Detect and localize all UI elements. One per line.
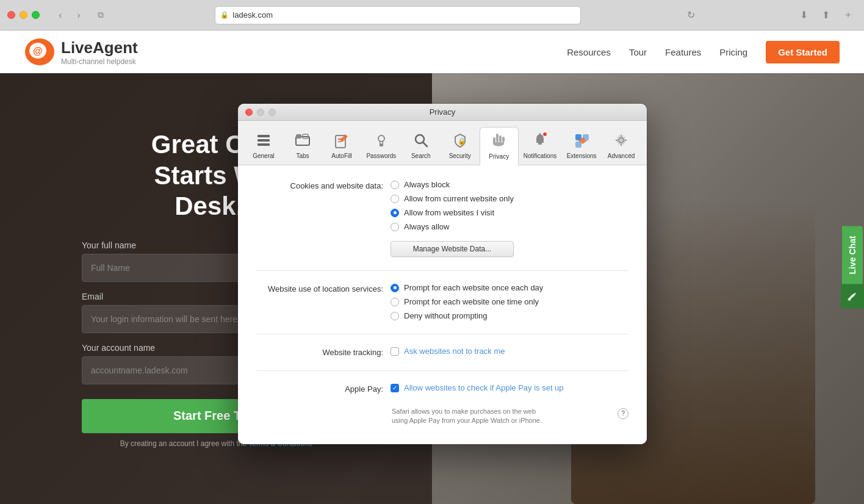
cookies-row: Cookies and website data: Always block A… bbox=[256, 180, 628, 257]
traffic-lights bbox=[7, 11, 40, 19]
toolbar-extensions[interactable]: Extensions bbox=[561, 127, 602, 165]
location-deny-label: Deny without prompting bbox=[404, 311, 488, 320]
help-icon[interactable]: ? bbox=[617, 408, 628, 419]
cookies-allow-current-radio[interactable] bbox=[391, 195, 399, 203]
dialog-max-light[interactable] bbox=[268, 109, 276, 116]
location-prompt-once[interactable]: Prompt for each website one time only bbox=[391, 297, 543, 306]
general-label: General bbox=[253, 153, 275, 159]
search-label: Search bbox=[411, 153, 431, 159]
logo-text: LiveAgent Multi-channel helpdesk bbox=[61, 38, 138, 66]
webpage: @ LiveAgent Multi-channel helpdesk Resou… bbox=[0, 31, 864, 504]
tracking-label: Website tracking: bbox=[256, 347, 391, 357]
window-toggle[interactable]: ⧉ bbox=[92, 7, 109, 24]
live-chat-button[interactable]: Live Chat bbox=[842, 226, 863, 284]
nav-tour[interactable]: Tour bbox=[629, 47, 647, 57]
apple-pay-option-label: Allow websites to check if Apple Pay is … bbox=[404, 383, 564, 392]
general-icon bbox=[254, 131, 273, 150]
cookies-allow-visited-radio[interactable] bbox=[391, 209, 399, 217]
get-started-button[interactable]: Get Started bbox=[766, 41, 840, 63]
location-prompt-once-radio[interactable] bbox=[391, 298, 399, 306]
extensions-icon bbox=[572, 131, 591, 150]
cookies-always-allow[interactable]: Always allow bbox=[391, 222, 514, 231]
logo-live: Live bbox=[61, 38, 93, 57]
cookies-always-block-radio[interactable] bbox=[391, 181, 399, 189]
tracking-row: Website tracking: Ask websites not to tr… bbox=[256, 347, 628, 357]
download-icon[interactable]: ⬇ bbox=[796, 7, 813, 24]
new-tab-icon[interactable]: ＋ bbox=[840, 7, 857, 24]
cookies-allow-current[interactable]: Allow from current website only bbox=[391, 194, 514, 203]
svg-point-3 bbox=[848, 298, 851, 301]
toolbar-general[interactable]: General bbox=[244, 127, 283, 165]
apple-pay-label: Apple Pay: bbox=[256, 383, 391, 394]
url-text: ladesk.com bbox=[232, 10, 273, 20]
location-prompt-day-label: Prompt for each website once each day bbox=[404, 283, 543, 292]
cookies-allow-visited[interactable]: Allow from websites I visit bbox=[391, 208, 514, 217]
autofill-icon bbox=[332, 131, 351, 150]
dialog-close-light[interactable] bbox=[245, 109, 253, 116]
live-chat-icon[interactable] bbox=[841, 284, 864, 309]
toolbar-search[interactable]: Search bbox=[401, 127, 441, 165]
location-label: Website use of location services: bbox=[256, 283, 391, 293]
tracking-option-label: Ask websites not to track me bbox=[404, 347, 505, 356]
advanced-gear-icon bbox=[613, 132, 630, 149]
nav-resources[interactable]: Resources bbox=[567, 47, 611, 57]
tabs-icon bbox=[293, 131, 312, 150]
dialog-min-light[interactable] bbox=[257, 109, 264, 116]
reload-button[interactable]: ↻ bbox=[687, 9, 695, 21]
privacy-hand-icon bbox=[491, 132, 508, 149]
cookies-always-allow-label: Always allow bbox=[404, 222, 449, 231]
autofill-label: AutoFill bbox=[331, 153, 351, 159]
cookies-options: Always block Allow from current website … bbox=[391, 180, 514, 257]
location-row: Website use of location services: Prompt… bbox=[256, 283, 628, 320]
divider-2 bbox=[256, 334, 628, 334]
cookies-always-block-label: Always block bbox=[404, 180, 450, 189]
nav-features[interactable]: Features bbox=[665, 47, 701, 57]
logo-agent: Agent bbox=[93, 38, 138, 57]
toolbar-notifications[interactable]: Notifications bbox=[519, 127, 562, 165]
browser-nav-buttons: ‹ › bbox=[52, 7, 87, 24]
security-settings-icon: 🔒 bbox=[452, 132, 469, 149]
cookies-allow-visited-label: Allow from websites I visit bbox=[404, 208, 494, 217]
cookies-allow-current-label: Allow from current website only bbox=[404, 194, 514, 203]
location-deny[interactable]: Deny without prompting bbox=[391, 311, 543, 320]
apple-pay-checkbox[interactable] bbox=[391, 384, 399, 392]
browser-titlebar: ‹ › ⧉ 🔒 ladesk.com ↻ ⬇ ⬆ ＋ bbox=[0, 0, 864, 31]
search-icon bbox=[411, 131, 431, 150]
security-label: Security bbox=[449, 153, 471, 159]
advanced-icon bbox=[611, 131, 631, 150]
location-deny-radio[interactable] bbox=[391, 312, 399, 320]
back-button[interactable]: ‹ bbox=[52, 7, 69, 24]
toolbar-advanced[interactable]: Advanced bbox=[602, 127, 641, 165]
svg-text:@: @ bbox=[33, 46, 43, 56]
apple-pay-row: Apple Pay: Allow websites to check if Ap… bbox=[256, 383, 628, 394]
svg-line-17 bbox=[423, 142, 427, 146]
leaf-icon bbox=[846, 290, 859, 303]
toolbar-privacy[interactable]: Privacy bbox=[480, 127, 519, 165]
toolbar-autofill[interactable]: AutoFill bbox=[322, 127, 361, 165]
manage-website-data-button[interactable]: Manage Website Data... bbox=[391, 241, 514, 257]
location-prompt-day-radio[interactable] bbox=[391, 284, 399, 292]
toolbar-passwords[interactable]: Passwords bbox=[361, 127, 401, 165]
svg-point-13 bbox=[378, 135, 384, 142]
logo-tagline: Multi-channel helpdesk bbox=[61, 57, 138, 66]
toolbar-security[interactable]: 🔒 Security bbox=[441, 127, 480, 165]
terms-prefix: By creating an account I agree with the bbox=[120, 439, 249, 448]
cookies-always-allow-radio[interactable] bbox=[391, 223, 399, 231]
apple-pay-checkbox-option[interactable]: Allow websites to check if Apple Pay is … bbox=[391, 383, 564, 392]
extensions-label: Extensions bbox=[567, 153, 597, 159]
location-options: Prompt for each website once each day Pr… bbox=[391, 283, 543, 320]
close-traffic-light[interactable] bbox=[7, 11, 15, 19]
cookies-always-block[interactable]: Always block bbox=[391, 180, 514, 189]
maximize-traffic-light[interactable] bbox=[32, 11, 40, 19]
forward-button[interactable]: › bbox=[70, 7, 87, 24]
location-prompt-day[interactable]: Prompt for each website once each day bbox=[391, 283, 543, 292]
minimize-traffic-light[interactable] bbox=[20, 11, 27, 19]
nav-pricing[interactable]: Pricing bbox=[719, 47, 747, 57]
share-icon[interactable]: ⬆ bbox=[818, 7, 835, 24]
tracking-checkbox-option[interactable]: Ask websites not to track me bbox=[391, 347, 505, 356]
url-bar[interactable]: 🔒 ladesk.com bbox=[215, 6, 581, 24]
tracking-checkbox[interactable] bbox=[391, 347, 399, 356]
toolbar-tabs[interactable]: Tabs bbox=[283, 127, 322, 165]
svg-rect-27 bbox=[575, 142, 581, 148]
svg-rect-21 bbox=[502, 137, 505, 142]
